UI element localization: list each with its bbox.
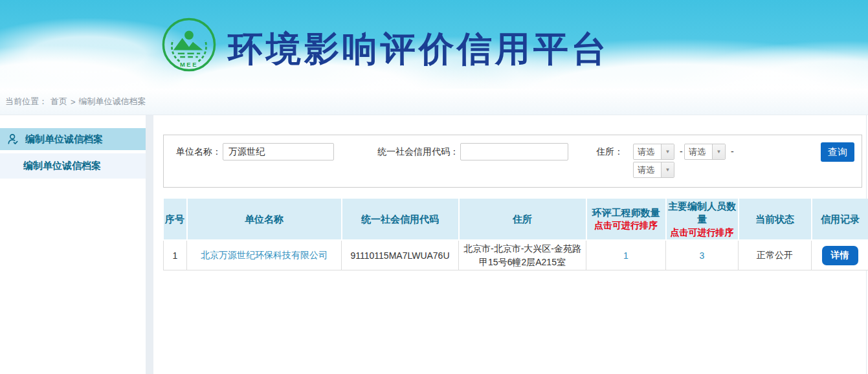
site-header: MEE 环境影响评价信用平台 <box>0 0 868 89</box>
col-status: 当前状态 <box>739 199 812 240</box>
mee-logo-icon: MEE <box>161 17 217 72</box>
col-staff-count-sortable[interactable]: 主要编制人员数量 点击可进行排序 <box>666 199 739 240</box>
breadcrumb-current: 编制单位诚信档案 <box>79 96 146 107</box>
company-link[interactable]: 北京万源世纪环保科技有限公司 <box>201 250 328 260</box>
col-address: 住所 <box>459 199 586 240</box>
chevron-down-icon: ▼ <box>712 144 725 159</box>
site-title: 环境影响评价信用平台 <box>228 26 610 73</box>
cell-address: 北京市-北京市-大兴区-金苑路甲15号6幢2层A215室 <box>459 240 586 270</box>
credit-code-label: 统一社会信用代码： <box>377 143 459 160</box>
cell-seq: 1 <box>164 240 187 270</box>
chevron-down-icon: ▼ <box>661 144 674 159</box>
address-province-value: 请选择 <box>634 144 661 159</box>
address-label: 住所： <box>596 143 623 160</box>
address-district-select[interactable]: 请选择 ▼ <box>633 162 674 178</box>
col-credit-record: 信用记录 <box>812 199 868 240</box>
detail-button[interactable]: 详情 <box>822 246 858 265</box>
address-city-value: 请选择 <box>685 144 712 159</box>
address-dash-1: - <box>680 143 683 160</box>
staff-count-link[interactable]: 3 <box>700 250 705 261</box>
breadcrumb-home-link[interactable]: 首页 <box>50 96 67 107</box>
unit-name-label: 单位名称： <box>176 143 221 160</box>
col-seq: 序号 <box>164 199 187 240</box>
breadcrumb: 当前位置： 首页 > 编制单位诚信档案 <box>0 89 868 115</box>
sidebar-divider <box>146 115 153 374</box>
address-city-select[interactable]: 请选择 ▼ <box>684 144 726 160</box>
col-engineer-count-sortable[interactable]: 环评工程师数量 点击可进行排序 <box>586 199 666 240</box>
search-button[interactable]: 查询 <box>821 142 854 162</box>
sort-hint: 点击可进行排序 <box>587 219 665 232</box>
table-row: 1 北京万源世纪环保科技有限公司 91110115MA7LWUA76U 北京市-… <box>164 240 868 270</box>
unit-name-input[interactable] <box>223 143 334 160</box>
sort-hint: 点击可进行排序 <box>667 226 738 239</box>
search-form: 单位名称： 统一社会信用代码： 住所： 请选择 ▼ - 请选择 ▼ - 请选择 … <box>163 135 862 188</box>
credit-code-input[interactable] <box>460 143 568 160</box>
address-district-value: 请选择 <box>634 162 661 177</box>
col-staff-count-label: 主要编制人员数量 <box>668 201 736 225</box>
cell-staff-count: 3 <box>666 240 739 270</box>
result-table: 序号 单位名称 统一社会信用代码 住所 环评工程师数量 点击可进行排序 主要编制… <box>163 199 868 270</box>
col-credit-code: 统一社会信用代码 <box>342 199 459 240</box>
sidebar-subitem-unit-credit-archive[interactable]: 编制单位诚信档案 <box>0 153 146 179</box>
breadcrumb-separator: > <box>71 97 76 107</box>
cell-unit-name: 北京万源世纪环保科技有限公司 <box>187 240 342 270</box>
cell-engineer-count: 1 <box>586 240 666 270</box>
address-province-select[interactable]: 请选择 ▼ <box>633 144 674 160</box>
cell-credit-code: 91110115MA7LWUA76U <box>342 240 459 270</box>
svg-text:MEE: MEE <box>180 61 198 68</box>
cell-credit-record: 详情 <box>812 240 868 270</box>
page: MEE 环境影响评价信用平台 当前位置： 首页 > 编制单位诚信档案 编制单位诚… <box>0 0 868 374</box>
sidebar-item-unit-credit-archive[interactable]: 编制单位诚信档案 <box>0 128 146 150</box>
user-check-icon <box>6 133 19 146</box>
sidebar-item-label: 编制单位诚信档案 <box>25 133 103 146</box>
col-engineer-count-label: 环评工程师数量 <box>592 207 660 218</box>
engineer-count-link[interactable]: 1 <box>623 250 629 261</box>
address-dash-2: - <box>731 143 734 160</box>
sidebar-subitem-label: 编制单位诚信档案 <box>23 160 101 172</box>
col-unit-name: 单位名称 <box>187 199 342 240</box>
cell-status: 正常公开 <box>739 240 812 270</box>
table-header-row: 序号 单位名称 统一社会信用代码 住所 环评工程师数量 点击可进行排序 主要编制… <box>164 199 868 240</box>
breadcrumb-label: 当前位置： <box>5 96 47 107</box>
chevron-down-icon: ▼ <box>661 162 674 177</box>
